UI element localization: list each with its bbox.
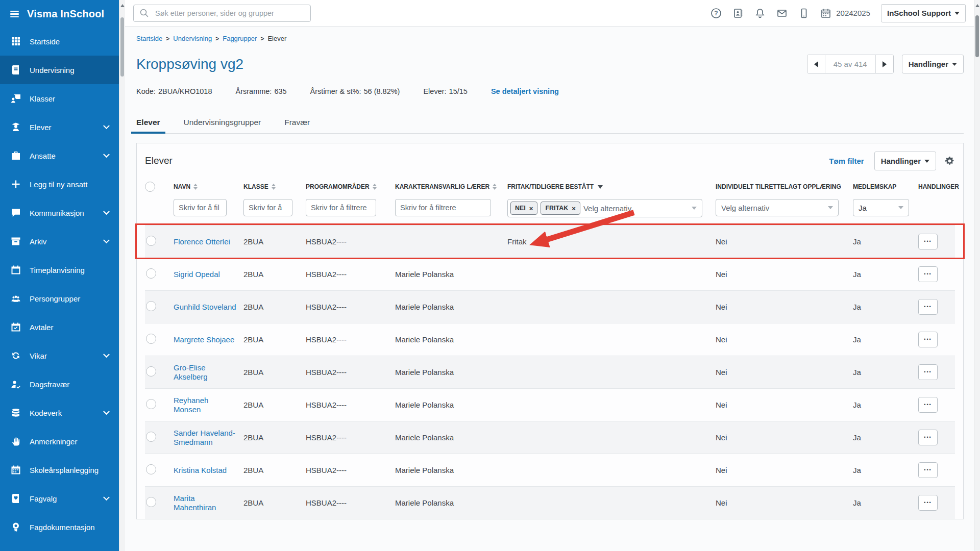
- mail-icon[interactable]: [776, 8, 788, 19]
- sidebar-item-fagvalg[interactable]: Fagvalg: [0, 484, 119, 513]
- pager-next-button[interactable]: [876, 55, 893, 73]
- sidebar-scrollbar[interactable]: [119, 0, 125, 551]
- sidebar-item-startside[interactable]: Startside: [0, 27, 119, 56]
- column-header[interactable]: KARAKTERANSVARLIG LÆRER: [395, 183, 507, 190]
- row-actions-button[interactable]: •••: [918, 397, 938, 413]
- row-actions-button[interactable]: •••: [918, 364, 938, 380]
- student-name-link[interactable]: Sander Haveland-Smedmann: [174, 429, 235, 446]
- row-checkbox[interactable]: [146, 432, 156, 442]
- sidebar-item-vikar[interactable]: Vikar: [0, 341, 119, 370]
- row-checkbox[interactable]: [146, 366, 156, 377]
- row-actions-button[interactable]: •••: [918, 430, 938, 445]
- sidebar-item-skole-rsplanlegging[interactable]: Skoleårsplanlegging: [0, 456, 119, 484]
- student-name-link[interactable]: Florence Otterlei: [174, 237, 230, 246]
- arrow-right-icon: [883, 61, 887, 67]
- scroll-up-arrow-icon[interactable]: [120, 4, 125, 7]
- filter-fritak-multiselect[interactable]: NEI×FRITAK× Velg alternativ: [507, 199, 702, 217]
- filter-individuelt-select[interactable]: Velg alternativ: [716, 199, 839, 216]
- row-actions-button[interactable]: •••: [918, 462, 938, 478]
- filter-program-input[interactable]: [306, 199, 376, 216]
- remove-chip-icon[interactable]: ×: [572, 205, 576, 212]
- sidebar-item-fagdokumentasjon[interactable]: Fagdokumentasjon: [0, 513, 119, 541]
- row-checkbox[interactable]: [146, 268, 156, 279]
- scrollbar-thumb[interactable]: [120, 17, 124, 77]
- breadcrumb-link[interactable]: Faggrupper: [223, 35, 257, 42]
- select-all-checkbox[interactable]: [145, 182, 155, 192]
- row-actions-button[interactable]: •••: [918, 299, 938, 315]
- breadcrumb-link[interactable]: Undervisning: [173, 35, 212, 42]
- row-actions-button[interactable]: •••: [918, 332, 938, 347]
- sort-icon[interactable]: [272, 184, 276, 190]
- tab-undervisningsgrupper[interactable]: Undervisningsgrupper: [179, 115, 266, 133]
- sidebar-item-timeplanvisning[interactable]: Timeplanvisning: [0, 256, 119, 284]
- sort-icon[interactable]: [193, 184, 198, 190]
- sidebar-item-kommunikasjon[interactable]: Kommunikasjon: [0, 198, 119, 227]
- detail-view-link[interactable]: Se detaljert visning: [491, 87, 559, 95]
- pager-prev-button[interactable]: [807, 55, 825, 73]
- sort-icon[interactable]: [493, 184, 497, 190]
- column-header[interactable]: INDIVIDUELT TILRETTELAGT OPPLÆRING: [716, 183, 853, 190]
- student-name-link[interactable]: Margrete Shojaee: [174, 335, 234, 344]
- table-actions-button[interactable]: Handlinger: [874, 152, 936, 170]
- row-checkbox[interactable]: [146, 301, 156, 311]
- contacts-icon[interactable]: [732, 8, 744, 19]
- table-row: Margrete Shojaee2BUAHSBUA2----Mariele Po…: [145, 323, 955, 356]
- tab-fravær[interactable]: Fravær: [279, 115, 315, 133]
- hamburger-menu-icon[interactable]: [10, 11, 19, 18]
- column-header[interactable]: NAVN: [174, 183, 243, 190]
- bell-icon[interactable]: [754, 8, 766, 19]
- sidebar-item-ansatte[interactable]: Ansatte: [0, 141, 119, 170]
- user-menu-button[interactable]: InSchool Support: [881, 4, 966, 22]
- sidebar-item-arkiv[interactable]: Arkiv: [0, 227, 119, 256]
- main-scrollbar[interactable]: [974, 0, 980, 551]
- student-name-link[interactable]: Marita Mahenthiran: [174, 494, 216, 512]
- sorted-desc-icon[interactable]: [598, 185, 603, 189]
- search-input[interactable]: [154, 9, 305, 18]
- sidebar-item-klasser[interactable]: Klasser: [0, 84, 119, 113]
- page-actions-button[interactable]: Handlinger: [902, 55, 964, 73]
- row-actions-button[interactable]: •••: [918, 234, 938, 249]
- scroll-up-arrow-icon[interactable]: [975, 4, 979, 7]
- sidebar-item-persongrupper[interactable]: Persongrupper: [0, 284, 119, 313]
- page-title: Kroppsøving vg2: [136, 56, 807, 72]
- row-checkbox[interactable]: [146, 236, 156, 246]
- sidebar-item-avtaler[interactable]: Avtaler: [0, 313, 119, 341]
- row-checkbox[interactable]: [146, 464, 156, 474]
- column-header[interactable]: HANDLINGER: [918, 183, 955, 190]
- column-header[interactable]: KLASSE: [243, 183, 306, 190]
- sidebar-item-kodeverk[interactable]: Kodeverk: [0, 398, 119, 427]
- breadcrumb-link[interactable]: Startside: [136, 35, 162, 42]
- remove-chip-icon[interactable]: ×: [529, 205, 533, 212]
- calendar-top-icon[interactable]: [820, 8, 831, 19]
- filter-navn-input[interactable]: [174, 199, 227, 216]
- clear-filter-link[interactable]: Tøm filter: [829, 157, 864, 165]
- sidebar-item-legg-til-ny-ansatt[interactable]: Legg til ny ansatt: [0, 170, 119, 198]
- filter-laerer-input[interactable]: [395, 199, 491, 216]
- sidebar-item-dagsfrav-r[interactable]: Dagsfravær: [0, 370, 119, 398]
- tab-elever[interactable]: Elever: [131, 115, 165, 133]
- help-icon[interactable]: ?: [710, 8, 722, 19]
- column-header[interactable]: MEDLEMSKAP: [853, 183, 918, 190]
- scrollbar-thumb[interactable]: [975, 15, 979, 57]
- phone-icon[interactable]: [798, 8, 810, 19]
- sort-icon[interactable]: [373, 184, 377, 190]
- student-name-link[interactable]: Gunhild Stoveland: [174, 303, 236, 311]
- student-name-link[interactable]: Reyhaneh Monsen: [174, 396, 208, 414]
- row-actions-button[interactable]: •••: [918, 266, 938, 282]
- gear-icon[interactable]: [944, 156, 955, 166]
- table-row: Sigrid Opedal2BUAHSBUA2----Mariele Polan…: [145, 258, 955, 290]
- student-name-link[interactable]: Gro-Elise Akselberg: [174, 363, 208, 381]
- column-header[interactable]: FRITAK/TIDLIGERE BESTÅTT: [507, 183, 716, 190]
- student-name-link[interactable]: Sigrid Opedal: [174, 270, 220, 279]
- row-actions-button[interactable]: •••: [918, 495, 938, 511]
- row-checkbox[interactable]: [146, 334, 156, 344]
- sidebar-item-elever[interactable]: Elever: [0, 113, 119, 141]
- sidebar-item-anmerkninger[interactable]: Anmerkninger: [0, 427, 119, 456]
- filter-klasse-input[interactable]: [243, 199, 292, 216]
- student-name-link[interactable]: Kristina Kolstad: [174, 466, 227, 474]
- column-header[interactable]: PROGRAMOMRÅDER: [306, 183, 395, 190]
- row-checkbox[interactable]: [146, 497, 156, 507]
- sidebar-item-undervisning[interactable]: Undervisning: [0, 56, 119, 84]
- filter-medlemskap-select[interactable]: Ja: [853, 199, 909, 216]
- row-checkbox[interactable]: [146, 399, 156, 409]
